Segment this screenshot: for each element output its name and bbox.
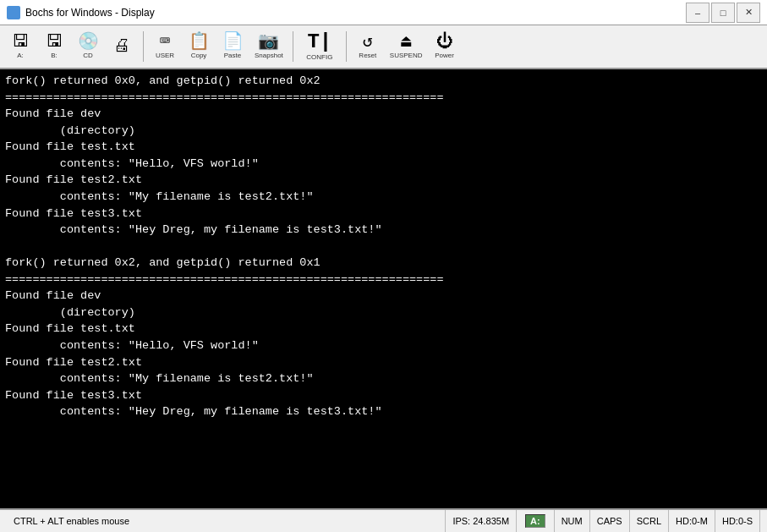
toolbar-user[interactable]: ⌨ USER — [150, 32, 180, 61]
status-num: NUM — [555, 510, 590, 532]
toolbar-floppy-b[interactable]: 🖫 B: — [39, 32, 69, 61]
scrl-label: SCRL — [637, 516, 661, 526]
window-title: Bochs for Windows - Display — [25, 7, 155, 19]
floppy-b-label: B: — [51, 52, 58, 59]
reset-label: Reset — [359, 52, 376, 59]
title-bar: Bochs for Windows - Display – □ ✕ — [0, 0, 767, 25]
print-icon: 🖨 — [113, 38, 130, 55]
separator-2 — [293, 31, 293, 62]
minimize-button[interactable]: – — [686, 3, 709, 23]
hd0s-label: HD:0-S — [722, 516, 753, 526]
snapshot-icon: 📷 — [258, 34, 279, 51]
status-badge-a-section: A: — [517, 510, 555, 532]
toolbar-power[interactable]: ⏻ Power — [430, 32, 460, 61]
copy-label: Copy — [191, 52, 207, 59]
toolbar-suspend[interactable]: ⏏ SUSPEND — [386, 32, 426, 61]
title-bar-left: Bochs for Windows - Display — [7, 6, 155, 19]
cd-label: CD — [83, 52, 93, 59]
badge-a: A: — [525, 514, 545, 528]
paste-icon: 📄 — [222, 34, 244, 51]
terminal-content: fork() returned 0x0, and getpid() return… — [5, 73, 762, 420]
suspend-icon: ⏏ — [401, 34, 411, 51]
snapshot-label: Snapshot — [255, 52, 283, 59]
mouse-hint-text: CTRL + ALT enables mouse — [14, 516, 129, 526]
user-label: USER — [156, 52, 174, 59]
toolbar-reset[interactable]: ↺ Reset — [353, 32, 383, 61]
user-icon: ⌨ — [160, 34, 170, 51]
close-button[interactable]: ✕ — [737, 3, 760, 23]
floppy-b-icon: 🖫 — [46, 34, 63, 51]
status-bar: CTRL + ALT enables mouse IPS: 24.835M A:… — [0, 508, 767, 532]
num-label: NUM — [562, 516, 583, 526]
toolbar-print[interactable]: 🖨 — [107, 36, 137, 58]
toolbar-paste[interactable]: 📄 Paste — [217, 32, 248, 61]
power-label: Power — [435, 52, 454, 59]
ips-label: IPS: — [452, 516, 470, 526]
hd0m-label: HD:0-M — [676, 516, 708, 526]
toolbar-config[interactable]: T| CONFIG — [299, 30, 340, 63]
caps-label: CAPS — [597, 516, 622, 526]
paste-label: Paste — [224, 52, 241, 59]
suspend-label: SUSPEND — [390, 52, 423, 59]
bochs-icon — [7, 6, 20, 19]
ips-value: 24.835M — [473, 516, 509, 526]
status-mouse-hint: CTRL + ALT enables mouse — [7, 510, 446, 532]
separator-3 — [346, 31, 347, 62]
maximize-button[interactable]: □ — [711, 3, 735, 23]
status-hd0s: HD:0-S — [715, 510, 760, 532]
toolbar-snapshot[interactable]: 📷 Snapshot — [251, 32, 287, 61]
toolbar-copy[interactable]: 📋 Copy — [184, 32, 214, 61]
toolbar: 🖫 A: 🖫 B: 💿 CD 🖨 ⌨ USER 📋 Copy 📄 Paste 📷… — [0, 25, 767, 69]
floppy-a-icon: 🖫 — [12, 34, 29, 51]
status-caps: CAPS — [590, 510, 630, 532]
cd-icon: 💿 — [78, 34, 99, 51]
toolbar-floppy-a[interactable]: 🖫 A: — [5, 32, 36, 61]
title-bar-controls: – □ ✕ — [686, 3, 760, 23]
toolbar-cd[interactable]: 💿 CD — [73, 32, 103, 61]
config-icon: T| — [307, 32, 331, 52]
config-label: CONFIG — [306, 53, 332, 61]
status-scrl: SCRL — [630, 510, 669, 532]
reset-icon: ↺ — [363, 34, 373, 51]
floppy-a-label: A: — [17, 52, 24, 59]
status-ips: IPS: 24.835M — [446, 510, 517, 532]
separator-1 — [143, 31, 144, 62]
copy-icon: 📋 — [189, 34, 210, 51]
terminal-display: fork() returned 0x0, and getpid() return… — [0, 69, 767, 508]
status-hd0m: HD:0-M — [669, 510, 715, 532]
power-icon: ⏻ — [436, 34, 453, 51]
